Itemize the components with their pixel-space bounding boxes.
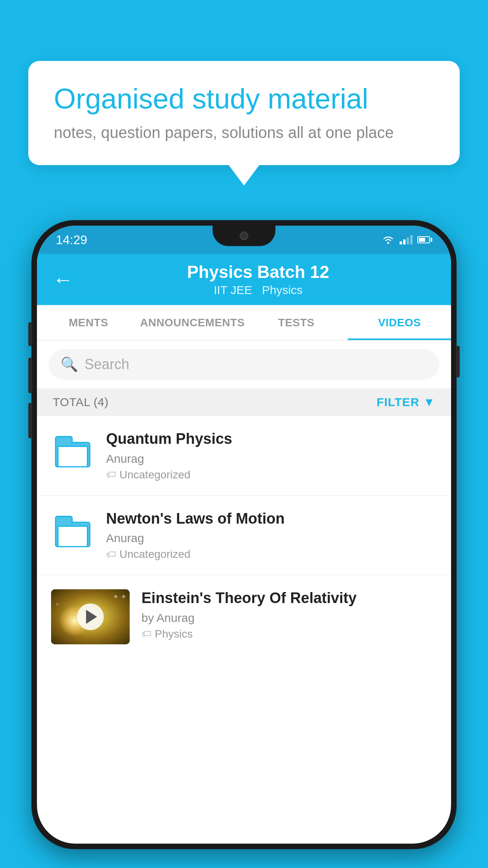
filter-button[interactable]: FILTER ▼ — [377, 395, 435, 409]
tag-icon: 🏷 — [106, 469, 116, 481]
video-title: Einstein's Theory Of Relativity — [141, 589, 437, 607]
speech-bubble-card: Organised study material notes, question… — [28, 61, 460, 165]
signal-icon — [400, 235, 413, 245]
tab-announcements[interactable]: ANNOUNCEMENTS — [140, 305, 245, 340]
volume-up-button — [28, 358, 32, 393]
speech-bubble-subtitle: notes, question papers, solutions all at… — [54, 124, 434, 142]
filter-bar: TOTAL (4) FILTER ▼ — [37, 388, 451, 416]
list-item[interactable]: Newton's Laws of Motion Anurag 🏷 Uncateg… — [37, 496, 451, 576]
status-icons — [382, 235, 432, 245]
power-button — [456, 346, 460, 377]
video-info: Quantum Physics Anurag 🏷 Uncategorized — [106, 430, 437, 481]
search-container: 🔍 Search — [37, 340, 451, 388]
tab-tests[interactable]: TESTS — [245, 305, 348, 340]
search-bar[interactable]: 🔍 Search — [49, 349, 439, 380]
phone-outer: 14:29 — [31, 220, 457, 849]
app-bar-subtitle: IIT JEE Physics — [81, 283, 435, 297]
video-tag: 🏷 Uncategorized — [106, 469, 437, 481]
speech-bubble-title: Organised study material — [54, 83, 434, 115]
tag-label: Physics — [155, 628, 193, 640]
video-title: Quantum Physics — [106, 430, 437, 448]
video-info: Newton's Laws of Motion Anurag 🏷 Uncateg… — [106, 510, 437, 561]
wifi-icon — [382, 235, 395, 245]
list-item[interactable]: ✦ ✦ ✦ Einstein's Theory Of Relativity by… — [37, 575, 451, 658]
notch — [213, 226, 275, 246]
folder-icon-container — [51, 430, 94, 473]
video-author: Anurag — [106, 452, 437, 465]
video-author: Anurag — [106, 531, 437, 545]
volume-down-button — [28, 403, 32, 438]
tag-icon: 🏷 — [106, 548, 116, 561]
tag-icon: 🏷 — [141, 628, 152, 640]
tab-videos[interactable]: VIDEOS — [348, 305, 451, 340]
battery-icon — [417, 236, 432, 243]
folder-icon — [55, 436, 90, 467]
app-bar-title: Physics Batch 12 — [81, 262, 435, 282]
video-title: Newton's Laws of Motion — [106, 510, 437, 528]
tab-ments[interactable]: MENTS — [37, 305, 140, 340]
total-count: TOTAL (4) — [53, 395, 108, 409]
play-button[interactable] — [77, 603, 104, 630]
video-tag: 🏷 Physics — [141, 628, 437, 640]
svg-point-0 — [387, 242, 389, 244]
search-icon: 🔍 — [61, 356, 78, 373]
tabs-bar: MENTS ANNOUNCEMENTS TESTS VIDEOS — [37, 305, 451, 340]
video-author: by Anurag — [141, 611, 437, 625]
video-thumbnail: ✦ ✦ ✦ — [51, 589, 130, 644]
filter-label: FILTER — [377, 395, 420, 409]
play-icon — [86, 610, 97, 624]
back-button[interactable]: ← — [53, 268, 73, 291]
phone-mockup: 14:29 — [31, 220, 457, 849]
phone-screen: 14:29 — [37, 226, 451, 844]
search-placeholder: Search — [84, 356, 129, 373]
tag-label: Uncategorized — [119, 469, 191, 481]
app-bar-title-group: Physics Batch 12 IIT JEE Physics — [81, 262, 435, 297]
list-item[interactable]: Quantum Physics Anurag 🏷 Uncategorized — [37, 416, 451, 496]
video-info: Einstein's Theory Of Relativity by Anura… — [141, 589, 437, 640]
tag-label: Uncategorized — [119, 548, 191, 561]
folder-icon-container — [51, 510, 94, 553]
video-tag: 🏷 Uncategorized — [106, 548, 437, 561]
mute-button — [28, 322, 32, 346]
content-area: Quantum Physics Anurag 🏷 Uncategorized — [37, 416, 451, 658]
filter-funnel-icon: ▼ — [423, 395, 435, 409]
folder-icon — [55, 516, 90, 547]
status-time: 14:29 — [56, 233, 87, 247]
front-camera — [240, 232, 248, 240]
app-bar: ← Physics Batch 12 IIT JEE Physics — [37, 254, 451, 305]
status-bar: 14:29 — [37, 226, 451, 254]
